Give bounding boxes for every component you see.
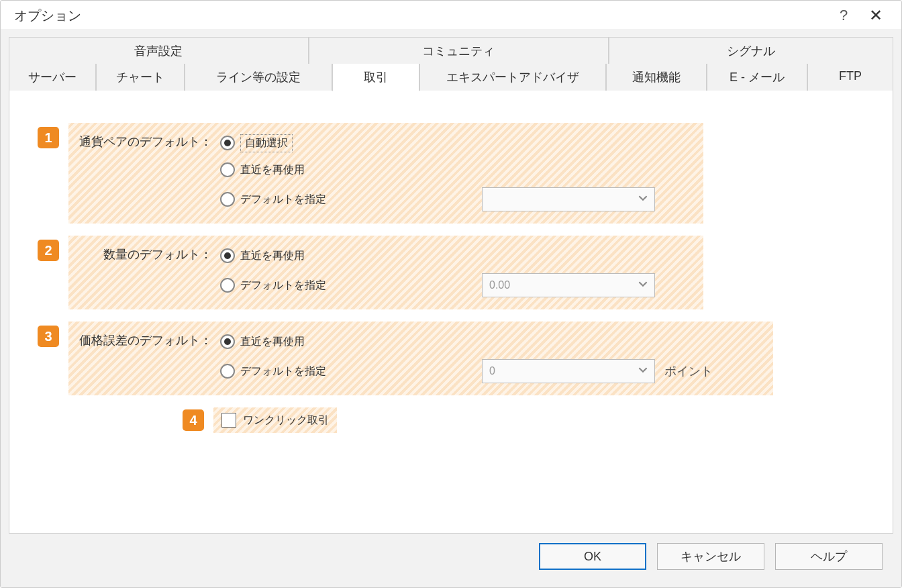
radio-icon bbox=[220, 334, 235, 349]
tab-trade[interactable]: 取引 bbox=[332, 64, 419, 91]
deviation-default-radio[interactable]: デフォルトを指定 bbox=[220, 364, 482, 379]
ok-button[interactable]: OK bbox=[539, 543, 646, 570]
deviation-unit: ポイント bbox=[664, 363, 713, 379]
symbol-default-combo[interactable] bbox=[482, 187, 655, 211]
dialog-footer: OK キャンセル ヘルプ bbox=[9, 534, 893, 579]
chevron-down-icon bbox=[638, 193, 648, 205]
badge-3: 3 bbox=[38, 326, 59, 347]
deviation-default-label: 価格誤差のデフォルト： bbox=[74, 328, 220, 387]
one-click-checkbox[interactable] bbox=[221, 413, 236, 428]
tab-content: 1 通貨ペアのデフォルト： 自動選択 直 bbox=[9, 91, 893, 534]
tab-line-settings[interactable]: ライン等の設定 bbox=[185, 64, 332, 91]
symbol-default-opt-label: デフォルトを指定 bbox=[240, 193, 326, 207]
deviation-default-combo[interactable]: 0 bbox=[482, 359, 655, 383]
help-icon[interactable]: ? bbox=[828, 7, 860, 24]
deviation-reuse-radio[interactable]: 直近を再使用 bbox=[220, 334, 482, 349]
badge-4: 4 bbox=[183, 409, 204, 431]
cancel-button[interactable]: キャンセル bbox=[657, 543, 764, 570]
tab-expert-advisor[interactable]: エキスパートアドバイザ bbox=[419, 64, 606, 91]
window-title: オプション bbox=[14, 7, 828, 25]
radio-icon bbox=[220, 192, 235, 207]
volume-default-combo[interactable]: 0.00 bbox=[482, 273, 655, 297]
volume-reuse-label: 直近を再使用 bbox=[240, 249, 305, 263]
symbol-default-radio[interactable]: デフォルトを指定 bbox=[220, 192, 482, 207]
tab-server[interactable]: サーバー bbox=[9, 64, 96, 91]
help-button[interactable]: ヘルプ bbox=[775, 543, 883, 570]
volume-default-label: 数量のデフォルト： bbox=[74, 242, 220, 301]
volume-reuse-radio[interactable]: 直近を再使用 bbox=[220, 248, 482, 263]
radio-icon bbox=[220, 162, 235, 177]
volume-default-opt-label: デフォルトを指定 bbox=[240, 279, 326, 293]
symbol-reuse-label: 直近を再使用 bbox=[240, 163, 305, 177]
tab-sound[interactable]: 音声設定 bbox=[9, 37, 309, 64]
tab-ftp[interactable]: FTP bbox=[807, 64, 893, 91]
chevron-down-icon bbox=[638, 365, 648, 377]
symbol-reuse-radio[interactable]: 直近を再使用 bbox=[220, 162, 482, 177]
volume-default-radio[interactable]: デフォルトを指定 bbox=[220, 278, 482, 293]
deviation-reuse-label: 直近を再使用 bbox=[240, 335, 305, 349]
combo-value: 0 bbox=[489, 365, 495, 377]
chevron-down-icon bbox=[638, 279, 648, 291]
tab-signal[interactable]: シグナル bbox=[609, 37, 894, 64]
radio-icon bbox=[220, 248, 235, 263]
badge-1: 1 bbox=[38, 127, 59, 148]
tab-email[interactable]: E - メール bbox=[707, 64, 807, 91]
tab-bar: 音声設定 コミュニティ シグナル サーバー チャート ライン等の設定 取引 エキ… bbox=[9, 37, 893, 91]
one-click-label: ワンクリック取引 bbox=[243, 413, 329, 428]
symbol-auto-label: 自動選択 bbox=[240, 134, 293, 152]
radio-icon bbox=[220, 364, 235, 379]
close-icon[interactable]: ✕ bbox=[860, 6, 892, 25]
symbol-default-label: 通貨ペアのデフォルト： bbox=[74, 130, 220, 215]
radio-icon bbox=[220, 136, 235, 150]
tab-chart[interactable]: チャート bbox=[96, 64, 185, 91]
deviation-default-opt-label: デフォルトを指定 bbox=[240, 364, 326, 379]
badge-2: 2 bbox=[38, 240, 59, 261]
symbol-auto-radio[interactable]: 自動選択 bbox=[220, 134, 482, 152]
combo-value: 0.00 bbox=[489, 279, 510, 291]
tab-notification[interactable]: 通知機能 bbox=[606, 64, 707, 91]
radio-icon bbox=[220, 278, 235, 293]
tab-community[interactable]: コミュニティ bbox=[309, 37, 609, 64]
